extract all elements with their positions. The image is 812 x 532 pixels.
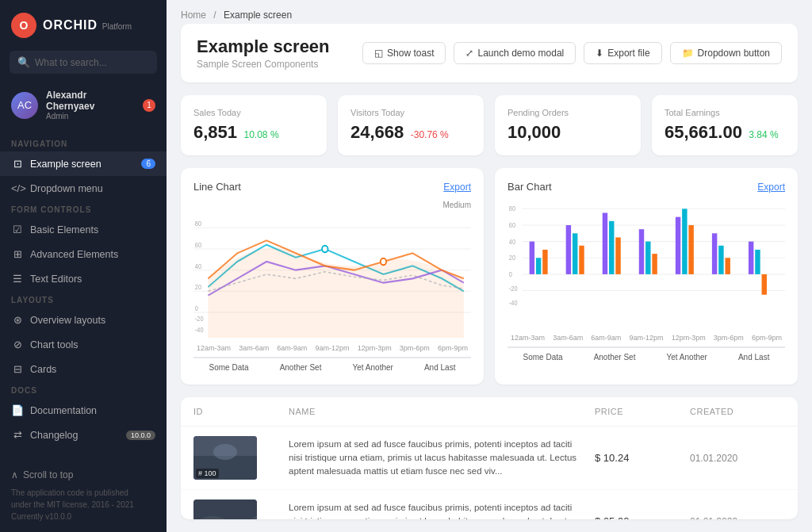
sidebar-item-dropdown-menu[interactable]: </> Dropdown menu: [0, 176, 167, 201]
breadcrumb-separator: /: [213, 10, 216, 21]
dropdown-label: Dropdown button: [698, 48, 770, 59]
svg-rect-44: [725, 258, 730, 274]
table-thumbnail: [193, 499, 257, 519]
data-table: ID Name Price Created # 100 Lorem ipsum …: [181, 397, 798, 519]
search-input[interactable]: [35, 57, 154, 68]
breadcrumb-home[interactable]: Home: [181, 10, 206, 21]
main-content: Home / Example screen Example screen Sam…: [167, 0, 812, 532]
svg-rect-36: [639, 229, 644, 274]
stat-value: 10,000: [508, 122, 561, 142]
sidebar-item-advanced-elements[interactable]: ⊞ Advanced Elements: [0, 242, 167, 266]
line-chart-export[interactable]: Export: [443, 182, 471, 193]
notification-badge[interactable]: 1: [143, 99, 155, 112]
chart-icon: ⊘: [11, 339, 24, 350]
svg-text:20: 20: [509, 255, 516, 262]
toast-icon: ◱: [374, 48, 383, 59]
sidebar-footer: ∧ Scroll to top The application code is …: [0, 460, 167, 532]
page-subtitle: Sample Screen Components: [197, 59, 330, 70]
scroll-to-top[interactable]: ∧ Scroll to top: [11, 469, 155, 480]
user-name: Alexandr Chernyaev: [46, 90, 135, 112]
table-date: 01.01.2020: [690, 453, 785, 464]
sidebar-item-documentation[interactable]: 📄 Documentation: [0, 398, 167, 423]
avatar: AC: [11, 92, 38, 119]
show-toast-label: Show toast: [387, 48, 434, 59]
sidebar-logo: O ORCHID Platform: [0, 0, 167, 51]
stat-orders: Pending Orders 10,000: [495, 95, 641, 155]
svg-text:40: 40: [195, 262, 202, 270]
sidebar-item-example-screen[interactable]: ⊡ Example screen 6: [0, 151, 167, 176]
monitor-icon: ⊡: [11, 158, 24, 170]
changelog-icon: ⇄: [11, 429, 24, 441]
user-profile: AC Alexandr Chernyaev Admin 1: [0, 83, 167, 127]
table-description: Lorem ipsum at sed ad fusce faucibus pri…: [289, 501, 595, 519]
chart-header: Bar Chart Export: [508, 181, 785, 193]
doc-icon: 📄: [11, 404, 24, 416]
svg-text:-40: -40: [509, 300, 518, 307]
sidebar-item-chart-tools[interactable]: ⊘ Chart tools: [0, 332, 167, 357]
svg-text:80: 80: [195, 220, 202, 228]
sidebar-item-basic-elements[interactable]: ☑ Basic Elements: [0, 217, 167, 242]
launch-modal-button[interactable]: ⤢ Launch demo modal: [454, 42, 576, 64]
table-header: ID Name Price Created: [181, 397, 798, 427]
svg-rect-39: [676, 217, 680, 274]
stats-row: Sales Today 6,851 10.08 % Visitors Today…: [181, 95, 798, 155]
stat-value: 6,851: [193, 122, 237, 142]
svg-text:60: 60: [195, 241, 202, 249]
svg-point-50: [213, 444, 237, 460]
table-row: # 100 Lorem ipsum at sed ad fusce faucib…: [181, 427, 798, 490]
docs-label: Docs: [0, 381, 167, 398]
sidebar-item-cards[interactable]: ⊟ Cards: [0, 357, 167, 381]
sidebar-item-changelog[interactable]: ⇄ Changelog 10.0.0: [0, 423, 167, 447]
svg-text:-40: -40: [195, 326, 204, 334]
user-role: Admin: [46, 112, 135, 121]
bar-chart-x-labels: 12am-3am3am-6am6am-9am9am-12pm12pm-3pm3p…: [508, 334, 785, 342]
bar-chart-export[interactable]: Export: [757, 182, 785, 193]
svg-text:-20: -20: [509, 285, 518, 292]
table-date: 01.01.2020: [690, 516, 785, 520]
export-file-button[interactable]: ⬇ Export file: [584, 42, 661, 64]
launch-modal-label: Launch demo modal: [477, 48, 564, 59]
export-icon: ⬇: [596, 48, 603, 59]
svg-text:0: 0: [195, 304, 199, 312]
sidebar-item-label: Cards: [30, 364, 56, 375]
stat-change: 3.84 %: [749, 129, 778, 140]
breadcrumb-current: Example screen: [224, 10, 292, 21]
modal-icon: ⤢: [465, 48, 473, 59]
bar-chart-card: Bar Chart Export 80 60 40 20 0 -20 -40: [495, 168, 798, 385]
stat-label: Total Earnings: [665, 108, 785, 117]
sidebar-item-label: Advanced Elements: [30, 249, 118, 260]
stat-value-row: 6,851 10.08 %: [193, 122, 314, 143]
form-controls-label: Form controls: [0, 201, 167, 217]
checkbox-icon: ☑: [11, 224, 24, 235]
chart-header: Line Chart Export: [193, 181, 471, 193]
navigation-section-label: Navigation: [0, 135, 167, 151]
stat-visitors: Visitors Today 24,668 -30.76 %: [338, 95, 484, 155]
page-title: Example screen: [197, 36, 330, 57]
search-box[interactable]: 🔍: [10, 51, 157, 74]
sidebar-item-label: Documentation: [30, 405, 97, 416]
col-id: ID: [193, 407, 289, 416]
svg-rect-33: [603, 212, 607, 274]
layout-icon: ⊛: [11, 314, 24, 326]
svg-rect-42: [712, 233, 717, 274]
svg-rect-34: [609, 221, 614, 274]
dropdown-button[interactable]: 📁 Dropdown button: [670, 42, 782, 64]
table-description: Lorem ipsum at sed ad fusce faucibus pri…: [289, 438, 595, 479]
header-actions: ◱ Show toast ⤢ Launch demo modal ⬇ Expor…: [362, 42, 782, 64]
svg-rect-40: [682, 209, 687, 274]
sidebar-item-overview-layouts[interactable]: ⊛ Overview layouts: [0, 308, 167, 332]
line-chart-svg: 80 60 40 20 0 -20 -40: [193, 211, 471, 338]
table-cell-id: # 100: [193, 436, 289, 480]
show-toast-button[interactable]: ◱ Show toast: [362, 42, 446, 64]
export-file-label: Export file: [607, 48, 649, 59]
svg-text:20: 20: [195, 284, 202, 292]
sidebar-item-text-editors[interactable]: ☰ Text Editors: [0, 266, 167, 291]
user-info: Alexandr Chernyaev Admin: [46, 90, 135, 121]
svg-rect-38: [652, 254, 657, 274]
layouts-label: Layouts: [0, 291, 167, 308]
page-title-group: Example screen Sample Screen Components: [197, 36, 330, 70]
sidebar-item-label: Basic Elements: [30, 224, 98, 235]
stat-sales: Sales Today 6,851 10.08 %: [181, 95, 327, 155]
svg-text:60: 60: [509, 222, 516, 229]
stat-earnings: Total Earnings 65,661.00 3.84 %: [652, 95, 798, 155]
